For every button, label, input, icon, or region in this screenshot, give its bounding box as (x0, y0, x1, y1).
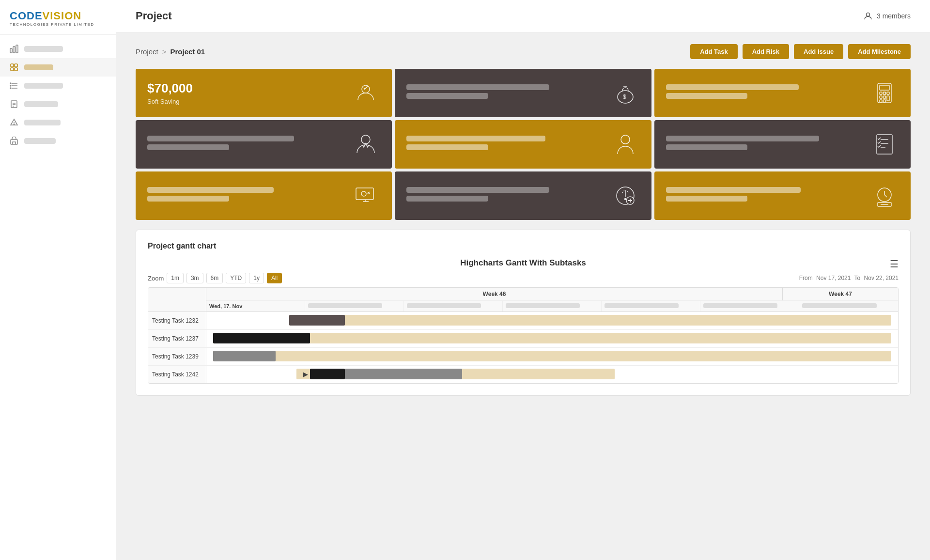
sidebar-item-dashboard[interactable] (0, 40, 116, 58)
svg-rect-5 (11, 68, 14, 71)
metric-card-7 (136, 171, 392, 220)
current-day-label: Wed, 17. Nov (206, 301, 305, 311)
sidebar-item-building[interactable] (0, 132, 116, 150)
add-milestone-button[interactable]: Add Milestone (848, 44, 911, 59)
placeholder (666, 93, 748, 99)
svg-point-12 (10, 88, 11, 89)
zoom-3m[interactable]: 3m (186, 273, 203, 283)
placeholder (147, 144, 229, 150)
sidebar-item-report[interactable] (0, 95, 116, 113)
gantt-row-1237: Testing Task 1237 ▶ (148, 330, 898, 348)
card-text-9 (666, 187, 870, 204)
svg-rect-40 (356, 188, 373, 200)
zoom-1y[interactable]: 1y (249, 273, 264, 283)
sidebar-label (24, 120, 61, 125)
report-icon (10, 100, 18, 109)
breadcrumb-root: Project (136, 47, 158, 56)
svg-point-35 (621, 135, 630, 144)
card-text-3 (666, 84, 870, 102)
sidebar-item-project[interactable] (0, 58, 116, 77)
breadcrumb-bar: Project > Project 01 Add Task Add Risk A… (136, 44, 911, 59)
add-risk-button[interactable]: Add Risk (743, 44, 789, 59)
gantt-section: Project gantt chart Highcharts Gantt Wit… (136, 230, 911, 396)
breadcrumb-current: Project 01 (170, 47, 205, 56)
svg-text:$: $ (623, 93, 626, 100)
sidebar-nav (0, 35, 116, 560)
chart-controls: Zoom 1m 3m 6m YTD 1y All From Nov 17, 20… (148, 273, 899, 283)
zoom-controls: Zoom 1m 3m 6m YTD 1y All (148, 273, 282, 283)
sidebar-label (24, 138, 56, 144)
svg-rect-30 (883, 96, 885, 98)
checklist-icon (870, 130, 899, 159)
zoom-1m[interactable]: 1m (167, 273, 184, 283)
sidebar-label (24, 101, 58, 107)
risk-icon (611, 181, 640, 210)
svg-rect-1 (13, 47, 15, 53)
task-bar (213, 351, 276, 361)
gantt-row-1239: Testing Task 1239 ▶ (148, 348, 898, 366)
main-content: Project 3 members Project > Project 01 A… (116, 0, 930, 560)
task-bar-gray (345, 369, 463, 379)
placeholder (666, 136, 819, 141)
zoom-label: Zoom (148, 275, 164, 282)
logo: CODEVISION TECHNOLOGIES PRIVATE LIMITED (0, 0, 116, 35)
person-icon (611, 130, 640, 159)
svg-rect-29 (880, 96, 882, 98)
card-text-8 (406, 187, 610, 204)
clock-report-icon (870, 181, 899, 210)
user-icon (863, 11, 873, 21)
task-label: Testing Task 1237 (148, 330, 206, 347)
card-text-7 (147, 187, 351, 204)
calculator-icon (870, 78, 899, 108)
metric-card-8 (395, 171, 651, 220)
sidebar-active-label (24, 64, 53, 70)
sidebar-item-alert[interactable] (0, 113, 116, 132)
from-date: Nov 17, 2021 (816, 275, 851, 281)
breadcrumb: Project > Project 01 (136, 47, 205, 56)
gantt-body: Testing Task 1232 Testing Task 1237 (148, 312, 898, 383)
placeholder (147, 136, 294, 141)
sidebar-item-list[interactable] (0, 77, 116, 95)
task-bars: ▶ (206, 366, 898, 383)
chart-menu-button[interactable]: ☰ (890, 258, 899, 270)
card-text-6 (666, 136, 870, 153)
day-ph-3 (503, 301, 602, 311)
day-ph-6 (799, 301, 898, 311)
placeholder (666, 144, 748, 150)
add-issue-button[interactable]: Add Issue (794, 44, 843, 59)
svg-rect-27 (883, 92, 885, 94)
placeholder (666, 196, 748, 202)
logo-sub: TECHNOLOGIES PRIVATE LIMITED (10, 22, 107, 27)
day-ph-5 (700, 301, 799, 311)
zoom-6m[interactable]: 6m (206, 273, 223, 283)
sidebar-label (24, 46, 63, 52)
bg-bar (289, 315, 891, 326)
task-bars: ▶ (206, 330, 898, 347)
svg-rect-31 (887, 96, 889, 101)
task-bar (213, 333, 310, 343)
svg-rect-32 (880, 100, 882, 102)
svg-rect-0 (10, 48, 12, 53)
bg-bar (213, 333, 891, 343)
placeholder (406, 136, 545, 141)
gantt-week-area: Week 46 Week 47 Wed, 17. Nov (206, 288, 898, 311)
gantt-row-1242: Testing Task 1242 ▶ (148, 366, 898, 383)
zoom-all[interactable]: All (267, 273, 282, 283)
gantt-section-title: Project gantt chart (148, 242, 899, 250)
svg-rect-3 (11, 64, 14, 67)
gantt-header: Week 46 Week 47 Wed, 17. Nov (148, 288, 898, 312)
project-icon (10, 63, 18, 72)
gantt-row-1232: Testing Task 1232 (148, 312, 898, 330)
to-date: Nov 22, 2021 (864, 275, 899, 281)
placeholder (666, 84, 799, 90)
task-bars (206, 312, 898, 329)
svg-point-20 (866, 13, 869, 16)
svg-rect-25 (880, 85, 889, 90)
building-icon (10, 137, 18, 145)
placeholder (147, 187, 274, 193)
breadcrumb-separator: > (162, 47, 167, 56)
card-value: $70,000 (147, 81, 351, 96)
add-task-button[interactable]: Add Task (690, 44, 738, 59)
task-label: Testing Task 1242 (148, 366, 206, 383)
zoom-ytd[interactable]: YTD (226, 273, 246, 283)
